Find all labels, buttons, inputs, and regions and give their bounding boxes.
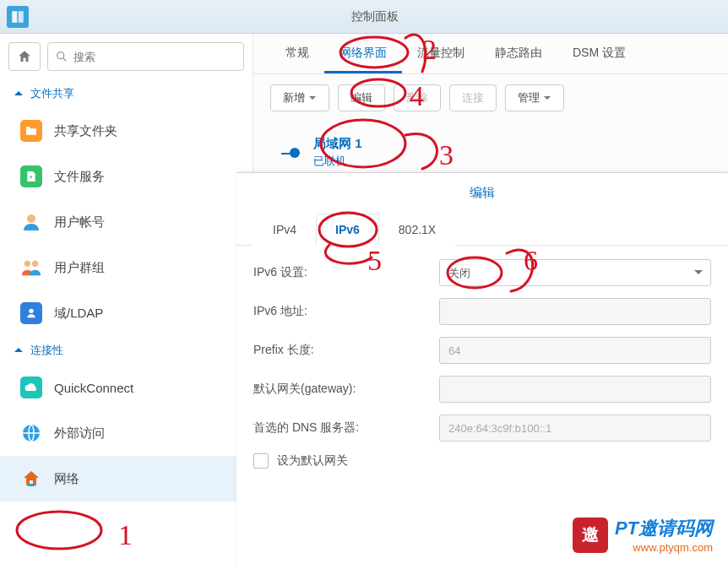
svg-point-6: [32, 261, 38, 267]
delete-button[interactable]: 删除: [394, 84, 441, 111]
edit-button[interactable]: 编辑: [338, 84, 385, 111]
svg-rect-9: [28, 484, 35, 486]
app-icon: [7, 6, 29, 28]
lan-interface-card[interactable]: 局域网 1 已联机: [270, 128, 711, 176]
file-transfer-icon: [20, 165, 42, 187]
ipv6-setting-select[interactable]: 关闭: [439, 259, 711, 286]
add-button[interactable]: 新增: [270, 84, 329, 111]
sidebar-item-label: QuickConnect: [54, 381, 133, 395]
dialog-title: 编辑: [236, 173, 728, 213]
folder-share-icon: [20, 120, 42, 142]
prefix-label: Prefix 长度:: [253, 343, 439, 358]
network-icon: [20, 468, 42, 490]
ipv6-setting-label: IPv6 设置:: [253, 265, 439, 280]
connect-button[interactable]: 连接: [449, 84, 497, 111]
prefix-input: [439, 337, 711, 364]
dialog-tab-8021x[interactable]: 802.1X: [379, 214, 455, 246]
tab-network-interface[interactable]: 网络界面: [324, 34, 402, 73]
dialog-tab-ipv4[interactable]: IPv4: [253, 214, 316, 246]
sidebar-item-label: 外部访问: [54, 425, 105, 442]
lan-status: 已联机: [313, 154, 362, 169]
domain-icon: [20, 302, 42, 324]
dialog-tabs: IPv4 IPv6 802.1X: [236, 213, 728, 246]
svg-point-7: [29, 309, 33, 313]
group-connectivity-label: 连接性: [30, 343, 63, 358]
cloud-icon: [20, 377, 42, 398]
tab-static-route[interactable]: 静态路由: [480, 34, 557, 73]
tab-dsm-settings[interactable]: DSM 设置: [557, 34, 641, 73]
sidebar-item-label: 网络: [54, 471, 79, 487]
sidebar-item-domain-ldap[interactable]: 域/LDAP: [0, 290, 253, 336]
svg-point-4: [27, 214, 35, 223]
watermark: 邀 PT邀请码网 www.ptyqm.com: [573, 516, 713, 554]
home-button[interactable]: [8, 42, 41, 71]
lan-name: 局域网 1: [313, 136, 362, 152]
watermark-seal: 邀: [573, 518, 608, 553]
search-icon: [55, 50, 68, 63]
main-tabs: 常规 网络界面 流量控制 静态路由 DSM 设置: [253, 34, 728, 74]
sidebar-item-label: 用户群组: [54, 260, 105, 276]
tab-traffic-control[interactable]: 流量控制: [402, 34, 480, 73]
sidebar-item-label: 域/LDAP: [54, 306, 103, 322]
ipv6-address-label: IPv6 地址:: [253, 304, 439, 319]
default-gateway-checkbox[interactable]: [253, 453, 269, 469]
chevron-down-icon: [308, 94, 317, 102]
group-connectivity[interactable]: 连接性: [0, 336, 253, 365]
group-fileshare-label: 文件共享: [30, 86, 74, 101]
edit-dialog: 编辑 IPv4 IPv6 802.1X IPv6 设置: 关闭 IPv6 地址:…: [236, 172, 728, 569]
dns-label: 首选的 DNS 服务器:: [253, 420, 439, 436]
sidebar-item-user-account[interactable]: 用户帐号: [0, 199, 253, 245]
gateway-input: [439, 376, 711, 403]
manage-button[interactable]: 管理: [505, 84, 564, 111]
sidebar-item-network[interactable]: 网络: [0, 456, 253, 501]
search-input[interactable]: [73, 51, 236, 63]
gateway-label: 默认网关(gateway):: [253, 382, 439, 397]
toolbar: 新增 编辑 删除 连接 管理: [253, 74, 728, 122]
sidebar-item-file-services[interactable]: 文件服务: [0, 154, 253, 199]
users-icon: [20, 257, 42, 279]
svg-line-3: [63, 58, 66, 61]
chevron-down-icon: [543, 94, 551, 102]
sidebar-item-user-group[interactable]: 用户群组: [0, 245, 253, 290]
watermark-url: www.ptyqm.com: [615, 541, 713, 554]
default-gateway-label: 设为默认网关: [277, 453, 348, 469]
sidebar-item-label: 用户帐号: [54, 214, 105, 230]
user-icon: [20, 211, 42, 233]
ipv6-address-input: [439, 298, 711, 325]
sidebar-item-label: 共享文件夹: [54, 123, 117, 139]
sidebar-item-shared-folder[interactable]: 共享文件夹: [0, 108, 253, 154]
svg-point-2: [57, 52, 64, 59]
svg-point-5: [24, 261, 30, 267]
sidebar-item-quickconnect[interactable]: QuickConnect: [0, 365, 253, 410]
search-field[interactable]: [47, 42, 244, 71]
sidebar: 文件共享 共享文件夹 文件服务 用户帐号 用户群组 域/LDAP 连接性: [0, 34, 253, 569]
sidebar-item-label: 文件服务: [54, 169, 105, 185]
title-bar: 控制面板: [0, 0, 728, 34]
sidebar-item-external-access[interactable]: 外部访问: [0, 410, 253, 456]
chevron-up-icon: [14, 89, 24, 99]
group-fileshare[interactable]: 文件共享: [0, 79, 253, 108]
dns-input: [439, 415, 711, 442]
tab-general[interactable]: 常规: [270, 34, 324, 73]
watermark-text: PT邀请码网: [615, 516, 713, 541]
svg-rect-0: [12, 11, 17, 23]
home-icon: [17, 49, 32, 64]
globe-icon: [20, 422, 42, 444]
dialog-tab-ipv6[interactable]: IPv6: [316, 214, 379, 246]
svg-rect-1: [19, 11, 24, 23]
chevron-up-icon: [14, 345, 24, 355]
window-title: 控制面板: [29, 9, 721, 24]
lan-status-icon: [281, 143, 302, 163]
